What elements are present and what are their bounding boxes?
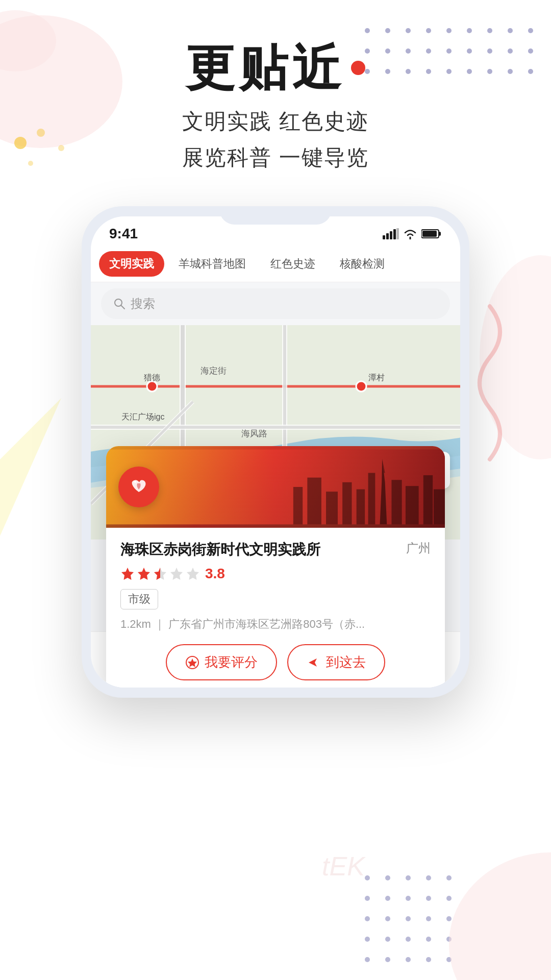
svg-text:海定街: 海定街 — [201, 366, 227, 376]
card-title-row: 海珠区赤岗街新时代文明实践所 广州 — [120, 540, 431, 559]
svg-point-60 — [449, 852, 551, 980]
separator: ｜ — [154, 618, 168, 630]
svg-marker-120 — [188, 658, 197, 667]
title-text: 更贴近 — [186, 41, 345, 95]
svg-rect-69 — [422, 231, 437, 237]
phone-frame: 9:41 — [82, 206, 469, 698]
svg-marker-121 — [309, 658, 317, 667]
subtitle: 文明实践 红色史迹 展览科普 一键导览 — [182, 103, 369, 176]
card-rating-row: 3.8 — [120, 566, 431, 582]
svg-rect-66 — [396, 228, 399, 239]
svg-rect-101 — [326, 492, 338, 525]
svg-marker-113 — [138, 568, 150, 580]
detail-card: 海珠区赤岗街新时代文明实践所 广州 — [106, 446, 445, 688]
svg-point-46 — [385, 916, 390, 921]
rating-number: 3.8 — [205, 566, 225, 582]
svg-point-36 — [385, 875, 390, 880]
star-2 — [137, 567, 151, 581]
star-3-half — [153, 567, 167, 581]
svg-point-54 — [446, 937, 452, 942]
svg-point-37 — [406, 875, 411, 880]
svg-text:天汇广场igc: 天汇广场igc — [121, 412, 164, 421]
svg-rect-107 — [391, 480, 402, 525]
svg-rect-110 — [434, 489, 445, 525]
phone-tabs[interactable]: 文明实践 羊城科普地图 红色史迹 核酸检测 — [91, 246, 460, 282]
svg-point-35 — [365, 875, 370, 880]
status-time: 9:41 — [109, 226, 138, 242]
subtitle-line2: 展览科普 一键导览 — [182, 139, 369, 176]
main-content: 更贴近 文明实践 红色史迹 展览科普 一键导览 9:41 — [0, 0, 551, 698]
phone-notch — [219, 206, 332, 225]
tab-hesuanjiance[interactable]: 核酸检测 — [330, 251, 395, 277]
title-dot — [351, 61, 365, 75]
svg-rect-108 — [406, 486, 419, 525]
navigate-btn-label: 到这去 — [326, 653, 366, 671]
svg-text:潭村: 潭村 — [368, 373, 385, 382]
battery-icon — [421, 228, 442, 239]
svg-point-38 — [426, 875, 431, 880]
address-text: 广东省广州市海珠区艺洲路803号（赤... — [168, 618, 365, 630]
svg-marker-118 — [187, 568, 199, 580]
svg-point-55 — [365, 957, 370, 962]
card-level: 市级 — [120, 589, 158, 609]
svg-point-44 — [446, 896, 452, 901]
svg-point-48 — [426, 916, 431, 921]
svg-point-47 — [406, 916, 411, 921]
phone-mockup: 9:41 — [82, 206, 469, 698]
svg-rect-100 — [307, 478, 321, 525]
search-bar[interactable]: 搜索 — [101, 288, 450, 319]
svg-point-40 — [365, 896, 370, 901]
svg-point-111 — [134, 481, 136, 483]
svg-point-45 — [365, 916, 370, 921]
rate-icon — [185, 655, 199, 670]
svg-point-50 — [365, 937, 370, 942]
svg-rect-99 — [293, 487, 303, 524]
header-section: 更贴近 文明实践 红色史迹 展览科普 一键导览 — [182, 0, 369, 176]
navigate-icon — [307, 655, 321, 670]
subtitle-line1: 文明实践 红色史迹 — [182, 103, 369, 139]
svg-point-56 — [385, 957, 390, 962]
svg-point-52 — [406, 937, 411, 942]
navigate-button[interactable]: 到这去 — [287, 644, 385, 680]
svg-rect-68 — [439, 232, 441, 236]
rate-btn-label: 我要评分 — [205, 653, 258, 671]
svg-rect-64 — [390, 231, 392, 239]
card-logo — [118, 467, 159, 507]
svg-line-71 — [121, 305, 124, 309]
svg-point-49 — [446, 916, 452, 921]
card-title: 海珠区赤岗街新时代文明实践所 — [120, 540, 398, 559]
star-1 — [120, 567, 135, 581]
signal-icon — [383, 228, 399, 239]
svg-rect-103 — [357, 489, 365, 525]
svg-rect-63 — [386, 233, 389, 239]
tab-hongse[interactable]: 红色史迹 — [260, 251, 325, 277]
svg-point-58 — [426, 957, 431, 962]
tab-wenming[interactable]: 文明实践 — [99, 251, 164, 277]
svg-rect-102 — [342, 482, 352, 525]
svg-text:猎德: 猎德 — [144, 373, 160, 382]
card-distance-row: 1.2km ｜ 广东省广州市海珠区艺洲路803号（赤... — [120, 617, 431, 632]
wifi-icon — [403, 228, 417, 239]
svg-point-83 — [147, 381, 157, 391]
card-city: 广州 — [406, 540, 431, 556]
search-placeholder: 搜索 — [131, 296, 155, 312]
star-5 — [186, 567, 200, 581]
card-body: 海珠区赤岗街新时代文明实践所 广州 — [106, 528, 445, 688]
svg-point-57 — [406, 957, 411, 962]
svg-text:海风路: 海风路 — [241, 429, 267, 438]
app-logo-icon — [126, 474, 152, 500]
svg-point-53 — [426, 937, 431, 942]
svg-point-85 — [356, 381, 366, 391]
svg-point-39 — [446, 875, 452, 880]
rate-button[interactable]: 我要评分 — [166, 644, 277, 680]
svg-point-41 — [385, 896, 390, 901]
svg-rect-65 — [393, 229, 396, 239]
tab-yangcheng[interactable]: 羊城科普地图 — [168, 251, 256, 277]
search-icon — [113, 298, 126, 310]
card-image — [106, 446, 445, 528]
svg-marker-117 — [170, 568, 183, 580]
svg-rect-104 — [368, 473, 375, 525]
main-title: 更贴近 — [182, 41, 369, 95]
svg-point-59 — [446, 957, 452, 962]
status-icons — [383, 228, 442, 239]
